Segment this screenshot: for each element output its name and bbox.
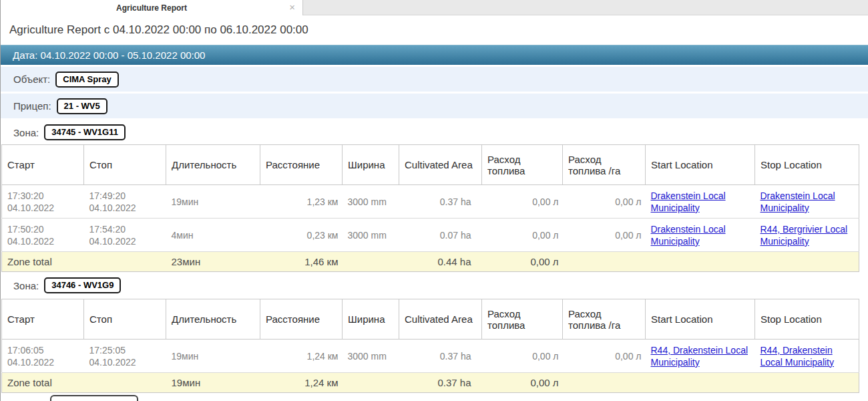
col-header-distance: Расстояние: [260, 145, 343, 185]
next-zone-badge-partial: [50, 395, 138, 401]
date-banner: Дата: 04.10.2022 00:00 - 05.10.2022 00:0…: [1, 45, 868, 65]
total-area: 0.37 ha: [399, 373, 482, 393]
stop-time: 17:54:20: [89, 223, 162, 235]
trailer-value-badge: 21 - WV5: [57, 98, 107, 114]
stop-date: 04.10.2022: [89, 235, 162, 247]
stop-cell: 17:49:20 04.10.2022: [84, 185, 166, 219]
fuel-cell: 0,00 л: [482, 219, 563, 252]
close-icon[interactable]: ×: [289, 1, 295, 13]
start-location-link[interactable]: Drakenstein Local Municipality: [651, 190, 726, 213]
col-header-start: Старт: [2, 299, 84, 340]
col-header-stop: Стоп: [84, 299, 166, 340]
info-row-zone-2: Зона: 34746 - WV1G9: [1, 272, 868, 299]
start-location-cell: R44, Drakenstein Local Municipality: [646, 340, 755, 373]
table-header-row: Старт Стоп Длительность Расстояние Ширин…: [2, 145, 859, 185]
start-cell: 17:50:20 04.10.2022: [2, 219, 84, 252]
stop-location-cell: R44, Drakenstein Local Municipality: [755, 340, 859, 373]
report-page: Agriculture Report × Agriculture Report …: [0, 0, 868, 401]
start-location-link[interactable]: Drakenstein Local Municipality: [651, 224, 726, 247]
stop-location-link[interactable]: Drakenstein Local Municipality: [761, 190, 835, 213]
stop-date: 04.10.2022: [89, 356, 162, 368]
tab-title: Agriculture Report: [116, 3, 187, 13]
zone-table-2: Старт Стоп Длительность Расстояние Ширин…: [1, 299, 859, 393]
col-header-width: Ширина: [343, 145, 399, 185]
zone-value-badge: 34746 - WV1G9: [44, 277, 121, 293]
start-time: 17:30:20: [7, 190, 80, 202]
start-cell: 17:30:20 04.10.2022: [2, 185, 84, 219]
area-cell: 0.37 ha: [399, 185, 482, 219]
table-row: 17:50:20 04.10.2022 17:54:20 04.10.2022 …: [2, 219, 859, 252]
start-date: 04.10.2022: [7, 356, 80, 368]
col-header-fuel: Расход топлива: [482, 145, 563, 185]
object-label: Объект:: [13, 74, 50, 85]
distance-cell: 1,24 км: [260, 340, 343, 373]
info-row-zone-1: Зона: 34745 - WV1G11: [1, 120, 868, 144]
duration-cell: 19мин: [166, 185, 260, 219]
zone-total-label: Zone total: [2, 252, 166, 272]
zone-table-1: Старт Стоп Длительность Расстояние Ширин…: [1, 144, 859, 272]
start-location-link[interactable]: R44, Drakenstein Local Municipality: [651, 345, 748, 368]
total-duration: 19мин: [166, 373, 260, 393]
table-row: 17:06:05 04.10.2022 17:25:05 04.10.2022 …: [2, 340, 859, 373]
total-fuel: 0,00 л: [482, 373, 563, 393]
start-time: 17:50:20: [7, 223, 80, 235]
total-distance: 1,24 км: [260, 373, 343, 393]
distance-cell: 1,23 км: [260, 185, 343, 219]
fuel-cell: 0,00 л: [482, 185, 563, 219]
col-header-distance: Расстояние: [260, 299, 343, 340]
col-header-cultivated-area: Cultivated Area: [399, 145, 482, 185]
total-fuel: 0,00 л: [482, 252, 563, 272]
stop-time: 17:25:05: [89, 344, 162, 356]
zone-total-row: Zone total 19мин 1,24 км 0.37 ha 0,00 л: [2, 373, 859, 393]
fuel-per-ha-cell: 0,00 л: [563, 185, 646, 219]
col-header-stop-location: Stop Location: [755, 299, 859, 340]
col-header-cultivated-area: Cultivated Area: [399, 299, 482, 340]
stop-location-link[interactable]: R44, Drakenstein Local Municipality: [761, 345, 835, 368]
zone-label: Зона:: [13, 127, 39, 138]
col-header-fuel-per-ha: Расход топлива /га: [563, 299, 646, 340]
start-date: 04.10.2022: [7, 202, 80, 214]
tab-agriculture-report[interactable]: Agriculture Report ×: [1, 0, 303, 15]
stop-location-link[interactable]: R44, Bergrivier Local Municipality: [761, 224, 848, 247]
zone-label: Зона:: [13, 280, 39, 291]
table-row: 17:30:20 04.10.2022 17:49:20 04.10.2022 …: [2, 185, 859, 219]
stop-date: 04.10.2022: [89, 202, 162, 214]
start-date: 04.10.2022: [7, 235, 80, 247]
area-cell: 0.37 ha: [399, 340, 482, 373]
col-header-stop: Стоп: [84, 145, 166, 185]
total-duration: 23мин: [166, 252, 260, 272]
page-title: Agriculture Report с 04.10.2022 00:00 по…: [1, 15, 868, 45]
stop-time: 17:49:20: [89, 190, 162, 202]
stop-cell: 17:25:05 04.10.2022: [84, 340, 166, 373]
col-header-width: Ширина: [343, 299, 399, 340]
width-cell: 3000 mm: [343, 185, 399, 219]
stop-cell: 17:54:20 04.10.2022: [84, 219, 166, 252]
start-cell: 17:06:05 04.10.2022: [2, 340, 84, 373]
total-distance: 1,46 км: [260, 252, 343, 272]
col-header-duration: Длительность: [166, 299, 260, 340]
stop-location-cell: R44, Bergrivier Local Municipality: [755, 219, 859, 252]
col-header-fuel-per-ha: Расход топлива /га: [563, 145, 646, 185]
col-header-duration: Длительность: [166, 145, 260, 185]
start-time: 17:06:05: [7, 344, 80, 356]
col-header-stop-location: Stop Location: [755, 145, 859, 185]
area-cell: 0.07 ha: [399, 219, 482, 252]
fuel-per-ha-cell: 0,00 л: [563, 219, 646, 252]
total-area: 0.44 ha: [399, 252, 482, 272]
col-header-fuel: Расход топлива: [482, 299, 563, 340]
info-row-trailer: Прицеп: 21 - WV5: [1, 94, 868, 118]
col-header-start-location: Start Location: [646, 145, 755, 185]
zone-value-badge: 34745 - WV1G11: [44, 124, 126, 140]
width-cell: 3000 mm: [343, 340, 399, 373]
zone-total-row: Zone total 23мин 1,46 км 0.44 ha 0,00 л: [2, 252, 859, 272]
object-value-badge: CIMA Spray: [55, 72, 118, 88]
zone-total-label: Zone total: [2, 373, 166, 393]
fuel-per-ha-cell: 0,00 л: [563, 340, 646, 373]
start-location-cell: Drakenstein Local Municipality: [646, 219, 755, 252]
stop-location-cell: Drakenstein Local Municipality: [755, 185, 859, 219]
fuel-cell: 0,00 л: [482, 340, 563, 373]
duration-cell: 19мин: [166, 340, 260, 373]
duration-cell: 4мин: [166, 219, 260, 252]
col-header-start: Старт: [2, 145, 84, 185]
tab-bar: Agriculture Report ×: [1, 0, 868, 15]
